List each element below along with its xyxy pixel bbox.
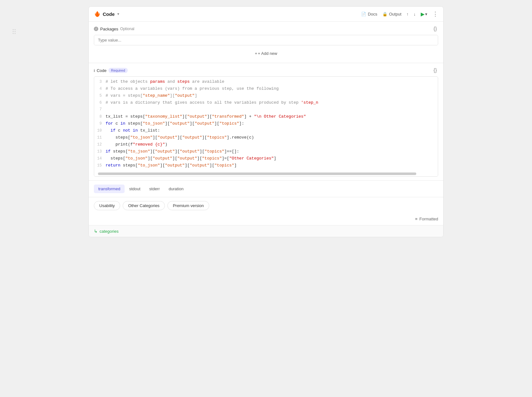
output-lock-icon: 🔒: [382, 12, 387, 16]
packages-input[interactable]: [94, 35, 438, 45]
tab-stderr[interactable]: stderr: [145, 185, 164, 193]
play-icon: ▶: [421, 11, 425, 17]
line-number: 15: [94, 163, 106, 169]
code-line: 15return steps["to_json"]["output"]["out…: [94, 162, 438, 169]
header-title: Code: [103, 11, 115, 17]
code-info-icon: i: [94, 68, 95, 73]
code-line: 8tx_list = steps["taxonomy_list"]["outpu…: [94, 114, 438, 120]
tab-transformed[interactable]: transformed: [94, 185, 125, 193]
add-new-row: + + Add new: [94, 45, 438, 59]
line-content: if c not in tx_list:: [106, 127, 160, 134]
packages-curly-button[interactable]: {}: [432, 25, 438, 32]
formatted-label: Formatted: [419, 217, 438, 221]
code-line: 14 steps["to_json"]["output"]["output"][…: [94, 155, 438, 162]
footer-categories-label: categories: [100, 229, 119, 234]
run-dropdown-icon: ▾: [425, 12, 427, 16]
line-number: 7: [94, 107, 106, 113]
code-line: 11 steps["to_json"]["output"]["output"][…: [94, 134, 438, 141]
result-tag: Usability: [94, 201, 120, 210]
line-content: # vars is a dictionary that gives access…: [106, 100, 318, 106]
result-tag: Other Categories: [123, 201, 165, 210]
footer-arrow-icon: ↳: [94, 229, 98, 234]
line-number: 6: [94, 100, 106, 106]
run-button[interactable]: ▶ ▾: [421, 11, 427, 17]
code-line: 3# let the objects params and steps are …: [94, 79, 438, 86]
packages-section: i Packages Optional {} + + Add new: [89, 22, 443, 63]
output-button[interactable]: 🔒 Output: [382, 12, 401, 16]
code-line: 4# To access a variables (vars) from a p…: [94, 86, 438, 93]
code-line: 10 if c not in tx_list:: [94, 127, 438, 134]
line-content: tx_list = steps["taxonomy_list"]["output…: [106, 114, 306, 120]
header-chevron-icon[interactable]: ▾: [117, 12, 119, 16]
result-tag: Premium version: [167, 201, 209, 210]
code-label: i Code Required: [94, 68, 128, 73]
line-content: for c in steps["to_json"]["output"]["out…: [106, 120, 244, 127]
line-content: return steps["to_json"]["output"]["outpu…: [106, 162, 237, 169]
nav-down-button[interactable]: ↓: [414, 12, 416, 16]
horizontal-scrollbar[interactable]: [98, 172, 416, 175]
code-line: 6# vars is a dictionary that gives acces…: [94, 100, 438, 107]
line-number: 4: [94, 86, 106, 92]
line-content: if steps["to_json"]["output"]["output"][…: [106, 148, 239, 155]
nav-up-button[interactable]: ↑: [406, 12, 409, 16]
formatted-icon: ≡: [415, 217, 418, 221]
code-label-row: i Code Required {}: [94, 67, 438, 74]
optional-badge: Optional: [120, 27, 134, 31]
arrow-down-icon: ↓: [414, 12, 416, 16]
code-editor[interactable]: 3# let the objects params and steps are …: [94, 76, 438, 177]
packages-label: i Packages Optional: [94, 27, 134, 31]
line-content: print(f"removed {c}"): [106, 141, 167, 148]
docs-button[interactable]: 📄 Docs: [361, 12, 377, 16]
card-footer: ↳ categories: [89, 225, 443, 237]
header-left: Code ▾: [94, 10, 119, 17]
required-badge: Required: [108, 68, 128, 73]
packages-label-row: i Packages Optional {}: [94, 25, 438, 32]
line-content: # let the objects params and steps are a…: [106, 79, 224, 85]
line-number: 11: [94, 135, 106, 141]
line-number: 3: [94, 79, 106, 85]
add-new-button[interactable]: + + Add new: [250, 49, 282, 58]
plus-icon: +: [255, 51, 257, 56]
line-number: 13: [94, 149, 106, 155]
flame-icon: [94, 10, 101, 17]
line-number: 12: [94, 142, 106, 148]
code-line: 5# vars = steps["step_name"]["output"]: [94, 93, 438, 100]
card-header: Code ▾ 📄 Docs 🔒 Output ↑: [89, 7, 443, 22]
code-line: 9for c in steps["to_json"]["output"]["ou…: [94, 120, 438, 127]
formatted-row: ≡ Formatted: [94, 214, 438, 221]
drag-handle[interactable]: [13, 29, 16, 34]
code-line: 12 print(f"removed {c}"): [94, 141, 438, 148]
line-number: 10: [94, 128, 106, 134]
line-content: # To access a variables (vars) from a pr…: [106, 86, 279, 92]
arrow-up-icon: ↑: [406, 12, 409, 16]
result-section: UsabilityOther CategoriesPremium version…: [89, 197, 443, 225]
line-number: 8: [94, 114, 106, 120]
line-content: steps["to_json"]["output"]["output"]["to…: [106, 155, 276, 162]
code-line: 7: [94, 107, 438, 114]
code-section: i Code Required {} 3# let the objects pa…: [89, 63, 443, 181]
line-content: steps["to_json"]["output"]["output"]["to…: [106, 134, 254, 141]
tab-stdout[interactable]: stdout: [125, 185, 145, 193]
docs-icon: 📄: [361, 12, 366, 16]
code-curly-button[interactable]: {}: [432, 67, 438, 74]
line-number: 14: [94, 156, 106, 162]
line-number: 5: [94, 93, 106, 99]
code-lines-container: 3# let the objects params and steps are …: [94, 77, 438, 171]
tabs-row: transformedstdoutstderrduration: [89, 181, 443, 197]
line-content: # vars = steps["step_name"]["output"]: [106, 93, 197, 99]
packages-info-icon: i: [94, 27, 98, 31]
more-options-button[interactable]: ⋮: [432, 10, 438, 17]
code-line: 13if steps["to_json"]["output"]["output"…: [94, 148, 438, 155]
result-tags-container: UsabilityOther CategoriesPremium version: [94, 201, 438, 210]
tab-duration[interactable]: duration: [164, 185, 188, 193]
header-right: 📄 Docs 🔒 Output ↑ ↓ ▶ ▾: [361, 10, 438, 17]
line-number: 9: [94, 121, 106, 127]
